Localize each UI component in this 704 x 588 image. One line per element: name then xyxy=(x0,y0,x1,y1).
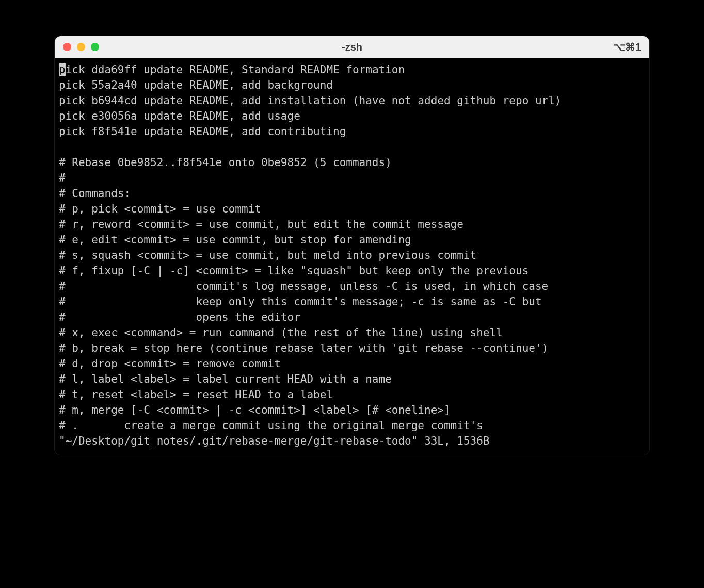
terminal-line: pick dda69ff update README, Standard REA… xyxy=(59,62,645,77)
terminal-line xyxy=(59,139,645,155)
terminal-line: # l, label <label> = label current HEAD … xyxy=(59,371,645,387)
terminal-line: # Commands: xyxy=(59,186,645,201)
terminal-line: # . create a merge commit using the orig… xyxy=(59,418,645,433)
terminal-line: # commit's log message, unless -C is use… xyxy=(59,279,645,294)
terminal-line: # r, reword <commit> = use commit, but e… xyxy=(59,217,645,232)
traffic-lights xyxy=(63,43,99,51)
terminal-line: pick 55a2a40 update README, add backgrou… xyxy=(59,77,645,93)
window-title: -zsh xyxy=(342,41,362,53)
terminal-line: # opens the editor xyxy=(59,309,645,325)
terminal-line: # x, exec <command> = run command (the r… xyxy=(59,325,645,340)
terminal-line: # t, reset <label> = reset HEAD to a lab… xyxy=(59,387,645,402)
terminal-window: -zsh ⌥⌘1 pick dda69ff update README, Sta… xyxy=(55,36,649,455)
maximize-button[interactable] xyxy=(91,43,99,51)
terminal-line: # b, break = stop here (continue rebase … xyxy=(59,340,645,356)
terminal-line: # f, fixup [-C | -c] <commit> = like "sq… xyxy=(59,263,645,279)
terminal-line: # m, merge [-C <commit> | -c <commit>] <… xyxy=(59,402,645,418)
cursor: p xyxy=(59,63,66,76)
minimize-button[interactable] xyxy=(77,43,85,51)
close-button[interactable] xyxy=(63,43,71,51)
terminal-content[interactable]: pick dda69ff update README, Standard REA… xyxy=(55,58,649,455)
terminal-line: # e, edit <commit> = use commit, but sto… xyxy=(59,232,645,248)
terminal-line: pick f8f541e update README, add contribu… xyxy=(59,124,645,139)
terminal-line: # keep only this commit's message; -c is… xyxy=(59,294,645,309)
terminal-line: # Rebase 0be9852..f8f541e onto 0be9852 (… xyxy=(59,155,645,170)
terminal-line: # d, drop <commit> = remove commit xyxy=(59,356,645,371)
title-bar: -zsh ⌥⌘1 xyxy=(55,36,649,58)
window-shortcut: ⌥⌘1 xyxy=(613,41,641,53)
terminal-line: pick b6944cd update README, add installa… xyxy=(59,93,645,108)
terminal-line: "~/Desktop/git_notes/.git/rebase-merge/g… xyxy=(59,433,645,449)
terminal-line: # s, squash <commit> = use commit, but m… xyxy=(59,248,645,263)
terminal-line: # p, pick <commit> = use commit xyxy=(59,201,645,217)
terminal-line: pick e30056a update README, add usage xyxy=(59,108,645,124)
terminal-line: # xyxy=(59,170,645,186)
